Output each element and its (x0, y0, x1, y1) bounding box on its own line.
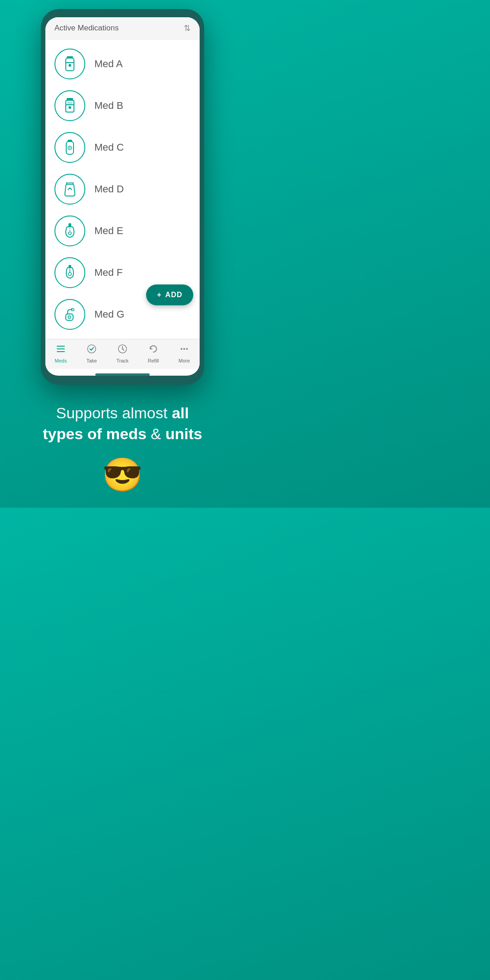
refill-icon (148, 344, 158, 357)
promo-text: Supports almost all types of meds & unit… (43, 403, 202, 445)
med-d-name: Med D (94, 183, 124, 195)
tab-take-label: Take (86, 358, 97, 363)
svg-rect-8 (67, 102, 73, 104)
header-title: Active Medications (54, 24, 119, 33)
svg-point-29 (183, 348, 185, 350)
med-c-svg (61, 139, 78, 156)
app-header: Active Medications ⇅ (45, 17, 200, 39)
med-f-name: Med F (94, 267, 122, 279)
med-icon-b (54, 90, 85, 121)
tab-more[interactable]: More (172, 344, 197, 363)
med-icon-a (54, 49, 85, 79)
sort-icon[interactable]: ⇅ (184, 24, 191, 32)
add-plus: + (157, 291, 162, 299)
med-item-e[interactable]: Med E (45, 210, 200, 252)
med-a-svg (61, 55, 78, 73)
med-e-name: Med E (94, 225, 123, 237)
tab-take[interactable]: Take (79, 344, 104, 363)
med-item-d[interactable]: Med D (45, 168, 200, 210)
svg-point-28 (181, 348, 182, 350)
med-c-name: Med C (94, 142, 124, 153)
med-item-c[interactable]: Med C (45, 127, 200, 168)
med-f-svg (61, 264, 78, 281)
med-d-svg (61, 181, 78, 198)
add-label: ADD (165, 291, 182, 299)
svg-point-14 (69, 232, 71, 235)
tab-refill[interactable]: Refill (141, 344, 166, 363)
med-icon-e (54, 216, 85, 246)
tab-track-label: Track (116, 358, 128, 363)
phone-shell: Active Medications ⇅ Med A (41, 9, 204, 385)
med-g-name: Med G (94, 309, 124, 320)
med-a-name: Med A (94, 58, 122, 70)
med-icon-d (54, 174, 85, 205)
take-icon (87, 344, 97, 357)
svg-rect-13 (69, 223, 71, 227)
med-icon-c (54, 132, 85, 163)
med-icon-g (54, 299, 85, 330)
med-item-a[interactable]: Med A (45, 43, 200, 85)
med-icon-f (54, 257, 85, 288)
promo-bold-units: units (165, 425, 202, 442)
tab-more-label: More (178, 358, 190, 363)
promo-line1: Supports almost (56, 404, 172, 421)
meds-icon (56, 344, 66, 357)
tab-meds-label: Meds (55, 358, 67, 363)
svg-point-12 (69, 147, 71, 149)
med-g-svg (61, 306, 78, 323)
promo-emoji: 😎 (43, 456, 202, 494)
bottom-navigation: Meds Take (45, 339, 200, 369)
promo-bold1: all (172, 404, 189, 421)
promo-amp: & (147, 425, 166, 442)
add-button[interactable]: + ADD (146, 284, 193, 305)
promo-section: Supports almost all types of meds & unit… (29, 385, 216, 508)
med-e-svg (61, 222, 78, 240)
more-icon (179, 344, 189, 357)
tab-meds[interactable]: Meds (48, 344, 74, 363)
svg-point-17 (69, 273, 72, 276)
svg-point-30 (186, 348, 188, 350)
track-icon (118, 344, 127, 357)
svg-point-7 (69, 106, 71, 109)
tab-refill-label: Refill (148, 358, 159, 363)
svg-point-26 (88, 345, 96, 353)
phone-wrapper: Active Medications ⇅ Med A (41, 9, 204, 385)
home-bar (95, 373, 150, 376)
med-b-name: Med B (94, 100, 123, 112)
tab-track[interactable]: Track (110, 344, 135, 363)
med-item-b[interactable]: Med B (45, 85, 200, 127)
svg-point-3 (69, 64, 71, 67)
phone-screen: Active Medications ⇅ Med A (45, 17, 200, 376)
promo-bold-types: types of meds (43, 425, 147, 442)
med-b-svg (61, 97, 78, 114)
